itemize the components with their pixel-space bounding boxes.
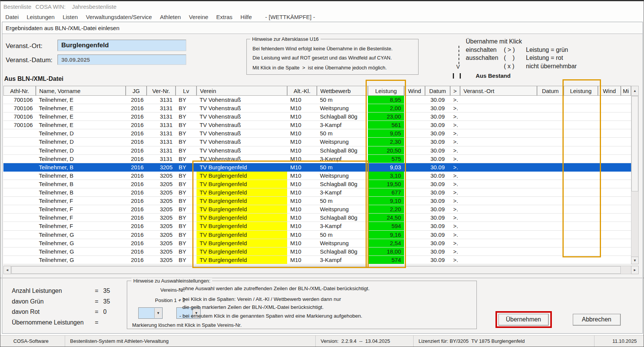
column-header-altkl[interactable]: Alt.-Kl. [287, 86, 317, 96]
column-header-vernr[interactable]: Ver-Nr. [147, 86, 176, 96]
table-row[interactable]: Teilnehmer, B20163205BYTV Burglengenfeld… [3, 172, 631, 180]
cell-mark[interactable]: >. [450, 96, 460, 104]
column-header-wind2[interactable]: Wind [598, 86, 621, 96]
menu-item-verwaltungsdaten-service[interactable]: Verwaltungsdaten/Service [86, 14, 152, 20]
column-header-datum[interactable]: Datum [425, 86, 450, 96]
scroll-up-icon[interactable]: ▲ [631, 86, 639, 96]
table-row[interactable]: 700106Teilnehmer, E20163131BYTV Vohenstr… [3, 96, 631, 104]
column-header-wind[interactable]: Wind [404, 86, 425, 96]
scroll-down-icon[interactable]: ▼ [631, 257, 639, 264]
scroll-left-icon[interactable]: ◄ [3, 266, 11, 274]
table-row[interactable]: Teilnehmer, F20163205BYTV Burglengenfeld… [3, 214, 631, 222]
cell-altkl: M10 [287, 155, 317, 163]
table-row[interactable]: Teilnehmer, G20163205BYTV Burglengenfeld… [3, 231, 631, 239]
veranstaltung-ort-label: Veranst.-Ort: [6, 42, 42, 50]
table-row[interactable]: 700106Teilnehmer, E20163131BYTV Vohenstr… [3, 121, 631, 129]
table-row[interactable]: Teilnehmer, B20163205BYTV Burglengenfeld… [3, 163, 631, 172]
cell-mark[interactable]: >. [450, 205, 460, 213]
cell-mark[interactable]: >. [450, 129, 460, 137]
table-row[interactable]: 700106Teilnehmer, E20163131BYTV Vohenstr… [3, 112, 631, 121]
cell-mark[interactable]: >. [450, 256, 460, 264]
column-header-leist2[interactable]: Leistung [564, 86, 598, 96]
table-row[interactable]: Teilnehmer, G20163205BYTV Burglengenfeld… [3, 239, 631, 247]
column-header-wett[interactable]: Wettbewerb [317, 86, 368, 96]
cell-datum: 30.09 [425, 104, 450, 112]
cell-verein: TV Burglengenfeld [197, 239, 287, 247]
cell-leist2 [564, 180, 598, 188]
cell-mark[interactable]: >. [450, 188, 460, 196]
column-header-datum2[interactable]: Datum [537, 86, 564, 96]
column-header-vort[interactable]: Veranst.-Ort [460, 86, 537, 96]
cell-datum2 [537, 121, 564, 129]
cell-mark[interactable]: >. [450, 112, 460, 120]
cell-leist: 19,50 [368, 180, 404, 188]
stat-uebernommen-eq: = [95, 319, 98, 326]
table-row[interactable]: Teilnehmer, B20163205BYTV Burglengenfeld… [3, 180, 631, 188]
legend-nicht-uebernehmbar-symbol: ( x ) [504, 63, 515, 70]
column-header-leist[interactable]: Leistung [368, 86, 404, 96]
column-header-jg[interactable]: JG [126, 86, 147, 96]
table-row[interactable]: Teilnehmer, B20163205BYTV Burglengenfeld… [3, 188, 631, 197]
chevron-down-icon[interactable]: ▼ [154, 308, 162, 318]
veranstaltung-datum-input[interactable]: 30.09.2025 [58, 55, 186, 65]
column-header-name[interactable]: Name, Vorname [36, 86, 126, 96]
vereins-nr-position1-select[interactable]: ▼ [138, 307, 163, 319]
menu-item-listen[interactable]: Listen [62, 14, 78, 20]
scroll-right-icon[interactable]: ► [631, 266, 639, 274]
cell-mark[interactable]: >. [450, 121, 460, 129]
table-row[interactable]: Teilnehmer, F20163205BYTV Burglengenfeld… [3, 205, 631, 214]
cell-leist: 9,16 [368, 231, 404, 239]
cell-wind [404, 197, 425, 205]
cell-mark[interactable]: >. [450, 155, 460, 163]
cell-mark[interactable]: >. [450, 172, 460, 180]
column-header-mi[interactable]: Mi [621, 86, 631, 96]
cell-mark[interactable]: >. [450, 163, 460, 171]
table-row[interactable]: Teilnehmer, G20163205BYTV Burglengenfeld… [3, 247, 631, 256]
cell-mark[interactable]: >. [450, 146, 460, 154]
cell-mark[interactable]: >. [450, 247, 460, 255]
cell-leist2 [564, 172, 598, 180]
cell-mark[interactable]: >. [450, 104, 460, 112]
column-header-athl[interactable]: Athl-Nr. [3, 86, 36, 96]
horizontal-scrollbar-thumb[interactable] [11, 266, 621, 274]
table-row[interactable]: Teilnehmer, G20163205BYTV Burglengenfeld… [3, 256, 631, 264]
cell-verein: TV Burglengenfeld [197, 247, 287, 255]
table-row[interactable]: Teilnehmer, D20163131BYTV VohenstraußM10… [3, 129, 631, 138]
menu-item-athleten[interactable]: Athleten [160, 14, 181, 20]
table-row[interactable]: Teilnehmer, D20163131BYTV VohenstraußM10… [3, 138, 631, 146]
table-row[interactable]: Teilnehmer, D20163131BYTV VohenstraußM10… [3, 146, 631, 155]
table-row[interactable]: Teilnehmer, F20163205BYTV Burglengenfeld… [3, 197, 631, 205]
cell-name: Teilnehmer, G [36, 256, 126, 264]
cell-vort [460, 163, 537, 171]
cell-lv: BY [176, 239, 197, 247]
cell-mark[interactable]: >. [450, 214, 460, 222]
abbrechen-button[interactable]: Abbrechen [573, 314, 621, 326]
column-header-verein[interactable]: Verein [197, 86, 287, 96]
cell-mi [621, 138, 631, 146]
auswahl-bullet-1: - ohne Auswahl werden alle zutreffenden … [179, 286, 370, 291]
menu-item-datei[interactable]: Datei [5, 14, 19, 20]
column-header-lv[interactable]: Lv [176, 86, 197, 96]
uebernehmen-button[interactable]: Übernehmen [499, 314, 549, 326]
veranstaltung-ort-input[interactable]: Burglengenfeld [58, 40, 186, 51]
cell-mark[interactable]: >. [450, 239, 460, 247]
cell-mark[interactable]: >. [450, 180, 460, 188]
cell-mark[interactable]: >. [450, 231, 460, 239]
cell-mark[interactable]: >. [450, 222, 460, 230]
vertical-scrollbar-thumb[interactable] [631, 96, 638, 191]
table-row[interactable]: Teilnehmer, F20163205BYTV Burglengenfeld… [3, 222, 631, 230]
menu-item-extras[interactable]: Extras [216, 14, 233, 20]
column-header-mark[interactable]: > [450, 86, 460, 96]
cell-datum2 [537, 104, 564, 112]
cell-vort [460, 96, 537, 104]
cell-lv: BY [176, 222, 197, 230]
cell-mark[interactable]: >. [450, 197, 460, 205]
menu-item-vereine[interactable]: Vereine [189, 14, 208, 20]
menu-item-hilfe[interactable]: Hilfe [240, 14, 252, 20]
cell-mark[interactable]: >. [450, 138, 460, 146]
table-row[interactable]: Teilnehmer, D20163131BYTV VohenstraußM10… [3, 155, 631, 163]
table-row[interactable]: 700106Teilnehmer, E20163131BYTV Vohenstr… [3, 104, 631, 112]
menu-item-leistungen[interactable]: Leistungen [27, 14, 54, 20]
auswahl-groupbox-title: Hinweise zu Auswahleinstellungen: [131, 278, 212, 284]
cell-athl [3, 172, 36, 180]
